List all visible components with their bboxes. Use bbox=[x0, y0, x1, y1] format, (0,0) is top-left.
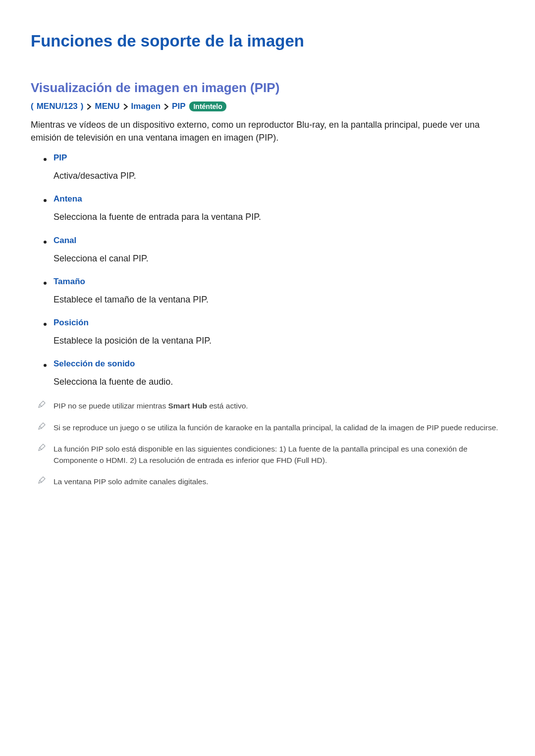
note-item: La ventana PIP solo admite canales digit… bbox=[31, 476, 504, 487]
svg-line-0 bbox=[40, 404, 42, 406]
breadcrumb-paren-open: ( bbox=[31, 101, 34, 111]
intro-paragraph: Mientras ve vídeos de un dispositivo ext… bbox=[31, 118, 504, 144]
breadcrumb: (MENU/123) MENU Imagen PIP Inténtelo bbox=[31, 101, 504, 111]
section-title: Visualización de imagen en imagen (PIP) bbox=[31, 80, 504, 96]
chevron-right-icon bbox=[123, 103, 128, 110]
pencil-icon bbox=[38, 422, 46, 430]
note-list: PIP no se puede utilizar mientras Smart … bbox=[31, 400, 504, 487]
svg-line-1 bbox=[40, 426, 42, 428]
note-item: Si se reproduce un juego o se utiliza la… bbox=[31, 422, 504, 433]
pencil-icon bbox=[38, 401, 46, 408]
breadcrumb-step-2: MENU bbox=[95, 101, 119, 111]
feature-title: Tamaño bbox=[54, 277, 504, 287]
svg-line-2 bbox=[40, 448, 42, 450]
note-text: La función PIP solo está disponible en l… bbox=[54, 445, 468, 464]
feature-title: Selección de sonido bbox=[54, 359, 504, 369]
list-item: Posición Establece la posición de la ven… bbox=[31, 318, 504, 347]
pencil-icon bbox=[38, 444, 46, 452]
feature-title: Canal bbox=[54, 236, 504, 246]
feature-desc: Selecciona la fuente de audio. bbox=[54, 377, 173, 387]
breadcrumb-step-1: MENU/123 bbox=[37, 101, 78, 111]
page-title: Funciones de soporte de la imagen bbox=[31, 32, 504, 50]
list-item: Canal Selecciona el canal PIP. bbox=[31, 236, 504, 265]
note-text: Si se reproduce un juego o se utiliza la… bbox=[54, 423, 498, 432]
breadcrumb-step-4: PIP bbox=[172, 101, 185, 111]
list-item: Antena Selecciona la fuente de entrada p… bbox=[31, 194, 504, 223]
pencil-icon bbox=[38, 476, 46, 484]
list-item: Selección de sonido Selecciona la fuente… bbox=[31, 359, 504, 388]
feature-desc: Establece el tamaño de la ventana PIP. bbox=[54, 295, 209, 304]
note-text: PIP no se puede utilizar mientras Smart … bbox=[54, 402, 248, 410]
breadcrumb-paren-close: ) bbox=[81, 101, 84, 111]
list-item: PIP Activa/desactiva PIP. bbox=[31, 153, 504, 182]
feature-title: Posición bbox=[54, 318, 504, 328]
feature-title: PIP bbox=[54, 153, 504, 163]
page-manual: Funciones de soporte de la imagen Visual… bbox=[0, 0, 535, 756]
note-item: PIP no se puede utilizar mientras Smart … bbox=[31, 400, 504, 411]
try-now-button[interactable]: Inténtelo bbox=[189, 101, 226, 111]
note-text: La ventana PIP solo admite canales digit… bbox=[54, 477, 209, 486]
feature-title: Antena bbox=[54, 194, 504, 204]
feature-desc: Establece la posición de la ventana PIP. bbox=[54, 336, 212, 346]
feature-desc: Selecciona la fuente de entrada para la … bbox=[54, 212, 261, 222]
list-item: Tamaño Establece el tamaño de la ventana… bbox=[31, 277, 504, 306]
svg-line-3 bbox=[40, 480, 42, 482]
note-item: La función PIP solo está disponible en l… bbox=[31, 443, 504, 466]
feature-desc: Selecciona el canal PIP. bbox=[54, 253, 149, 263]
feature-desc: Activa/desactiva PIP. bbox=[54, 171, 136, 181]
breadcrumb-step-3: Imagen bbox=[131, 101, 161, 111]
feature-list: PIP Activa/desactiva PIP. Antena Selecci… bbox=[31, 153, 504, 388]
chevron-right-icon bbox=[163, 103, 169, 110]
chevron-right-icon bbox=[86, 103, 92, 110]
